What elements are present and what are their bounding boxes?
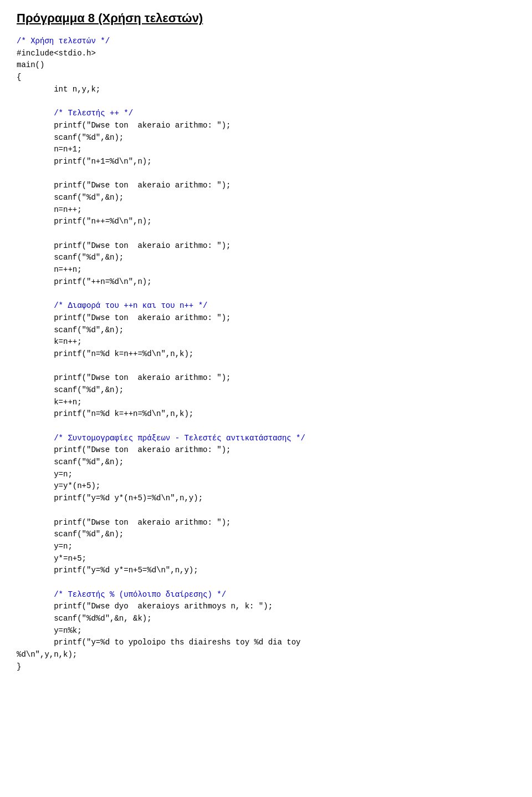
block-y-multiply-long: printf("Dwse ton akeraio arithmo: "); sc…: [17, 445, 231, 502]
block-k-npp: printf("Dwse ton akeraio arithmo: "); sc…: [17, 313, 231, 358]
block-y-multiply-short: printf("Dwse ton akeraio arithmo: "); sc…: [17, 518, 231, 575]
comment-shorthand: /* Συντομογραφίες πράξεων - Τελεστές αντ…: [17, 434, 305, 443]
comment-operators: /* Χρήση τελεστών */: [17, 37, 110, 45]
code-content: /* Χρήση τελεστών */ #include<stdio.h> m…: [17, 35, 515, 673]
main-close: }: [17, 662, 21, 671]
block-modulo: printf("Dwse dyo akeraioys arithmoys n, …: [17, 602, 300, 659]
vars-line: int n,y,k;: [17, 85, 100, 94]
page-title: Πρόγραμμα 8 (Χρήση τελεστών): [17, 11, 515, 26]
main-open: main() {: [17, 60, 44, 82]
comment-increment: /* Τελεστής ++ */: [17, 109, 133, 118]
block-plusplus-n: printf("Dwse ton akeraio arithmo: "); sc…: [17, 241, 231, 286]
block-k-ppn: printf("Dwse ton akeraio arithmo: "); sc…: [17, 373, 231, 418]
block-n-plus-1: printf("Dwse ton akeraio arithmo: "); sc…: [17, 121, 231, 166]
include-line: #include<stdio.h>: [17, 49, 96, 58]
block-n-plusplus: printf("Dwse ton akeraio arithmo: "); sc…: [17, 181, 231, 226]
comment-difference: /* Διαφορά του ++n και του n++ */: [17, 301, 207, 310]
comment-modulo: /* Τελεστής % (υπόλοιπο διαίρεσης) */: [17, 590, 226, 599]
